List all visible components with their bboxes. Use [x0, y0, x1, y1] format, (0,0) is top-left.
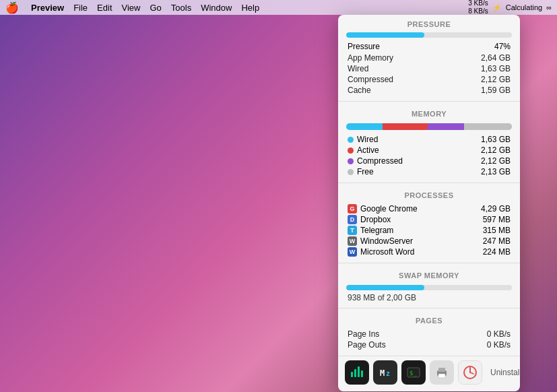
svg-text:$_: $_: [409, 370, 417, 377]
istatmenus-icon[interactable]: [458, 360, 482, 385]
windowserver-value: 247 MB: [483, 236, 511, 246]
word-value: 224 MB: [483, 247, 511, 257]
menu-tools[interactable]: Tools: [171, 3, 191, 13]
chrome-name: Google Chrome: [360, 204, 418, 214]
memory-bar-container: [338, 121, 520, 133]
stat-wired-value: 1,63 GB: [481, 64, 511, 73]
calculating-status: Calculating: [506, 3, 542, 11]
free-dot: [348, 169, 354, 175]
proc-word: W Microsoft Word 224 MB: [348, 247, 511, 257]
active-dot: [348, 148, 354, 154]
free-value: 2,13 GB: [481, 167, 511, 176]
page-outs-label: Page Outs: [348, 340, 386, 350]
processes-list: G Google Chrome 4,29 GB D Dropbox 597 MB…: [338, 202, 520, 260]
active-value: 2,12 GB: [481, 145, 511, 155]
legend-free: Free 2,13 GB: [348, 166, 511, 177]
divider-4: [338, 308, 520, 308]
menu-file[interactable]: File: [73, 3, 88, 13]
wired-dot: [348, 137, 354, 143]
page-outs-value: 0 KB/s: [487, 340, 511, 350]
apple-menu[interactable]: 🍎: [5, 1, 19, 14]
pressure-bar-container: [338, 31, 520, 40]
proc-dropbox: D Dropbox 597 MB: [348, 214, 511, 225]
legend-active-left: Active: [348, 145, 379, 155]
pressure-stats: App Memory 2,64 GB Wired 1,63 GB Compres…: [338, 53, 520, 98]
compressed-label: Compressed: [357, 156, 403, 166]
stat-compressed-value: 2,12 GB: [481, 75, 511, 84]
telegram-name: Telegram: [360, 226, 393, 235]
mem-seg-compressed: [428, 123, 464, 130]
svg-rect-10: [438, 374, 445, 378]
menubar: 🍎 Preview File Edit View Go Tools Window…: [0, 0, 557, 15]
mem-seg-active: [383, 123, 427, 130]
windowserver-icon: W: [348, 236, 357, 246]
svg-rect-2: [358, 366, 360, 377]
proc-windowserver: W WindowServer 247 MB: [348, 236, 511, 247]
divider-1: [338, 101, 520, 102]
pressure-section-header: PRESSURE: [338, 15, 520, 31]
proc-windowserver-left: W WindowServer: [348, 236, 413, 246]
stat-cache: Cache 1,59 GB: [348, 85, 511, 96]
page-outs-row: Page Outs 0 KB/s: [348, 339, 511, 350]
proc-chrome-left: G Google Chrome: [348, 204, 418, 214]
dropbox-icon: D: [348, 215, 357, 224]
activity-monitor-icon[interactable]: [345, 360, 369, 385]
stat-app-memory-label: App Memory: [348, 53, 393, 63]
app-name[interactable]: Preview: [31, 3, 64, 13]
chrome-icon: G: [348, 204, 357, 214]
menu-help[interactable]: Help: [241, 3, 259, 13]
dropbox-name: Dropbox: [360, 215, 391, 224]
proc-telegram-left: T Telegram: [348, 226, 393, 235]
battery-icon: ⚡: [492, 3, 502, 12]
svg-rect-9: [438, 368, 445, 372]
proc-chrome: G Google Chrome 4,29 GB: [348, 203, 511, 214]
telegram-value: 315 MB: [483, 226, 511, 235]
pressure-value: 47%: [494, 42, 511, 51]
stat-app-memory: App Memory 2,64 GB: [348, 53, 511, 63]
svg-rect-1: [354, 369, 356, 377]
menu-window[interactable]: Window: [201, 3, 232, 13]
wired-value: 1,63 GB: [481, 135, 511, 144]
infinity-icon: ∞: [546, 3, 552, 11]
compressed-value: 2,12 GB: [481, 156, 511, 166]
legend-active: Active 2,12 GB: [348, 145, 511, 156]
compressed-dot: [348, 158, 354, 164]
menu-edit[interactable]: Edit: [97, 3, 112, 13]
dropbox-value: 597 MB: [483, 215, 511, 224]
pressure-bar-fill: [346, 32, 424, 38]
printer-icon[interactable]: [430, 360, 454, 385]
memory-bar-track: [346, 123, 512, 130]
active-label: Active: [357, 145, 379, 155]
word-name: Microsoft Word: [360, 247, 414, 257]
stat-wired: Wired 1,63 GB: [348, 63, 511, 74]
swap-bar-track: [346, 285, 512, 290]
pressure-bar-track: [346, 32, 512, 38]
stat-compressed: Compressed 2,12 GB: [348, 74, 511, 85]
divider-3: [338, 263, 520, 263]
uninstall-button[interactable]: Uninstall...: [486, 365, 520, 380]
pressure-label: Pressure: [348, 42, 380, 51]
stats-widget-icon[interactable]: M z: [373, 360, 397, 385]
swap-bar-fill: [346, 285, 424, 290]
terminal-icon[interactable]: $_: [401, 360, 426, 385]
swap-label: 938 MB of 2,00 GB: [338, 292, 520, 305]
legend-free-left: Free: [348, 167, 374, 176]
stat-app-memory-value: 2,64 GB: [481, 53, 511, 63]
legend-compressed: Compressed 2,12 GB: [348, 156, 511, 166]
page-ins-value: 0 KB/s: [487, 329, 511, 339]
menubar-right: 3 KB/s 8 KB/s ⚡ Calculating ∞: [468, 0, 552, 15]
menu-view[interactable]: View: [122, 3, 141, 13]
swap-bar-container: [338, 282, 520, 292]
proc-dropbox-left: D Dropbox: [348, 215, 391, 224]
free-label: Free: [357, 167, 374, 176]
svg-text:z: z: [386, 370, 390, 377]
page-ins-label: Page Ins: [348, 329, 379, 339]
mem-seg-free: [464, 123, 512, 130]
wired-label: Wired: [357, 135, 378, 144]
memory-section-header: MEMORY: [338, 104, 520, 121]
menu-go[interactable]: Go: [150, 3, 161, 13]
pages-list: Page Ins 0 KB/s Page Outs 0 KB/s: [338, 327, 520, 353]
swap-section-header: SWAP MEMORY: [338, 266, 520, 282]
svg-text:M: M: [380, 368, 385, 378]
svg-rect-0: [351, 372, 353, 377]
